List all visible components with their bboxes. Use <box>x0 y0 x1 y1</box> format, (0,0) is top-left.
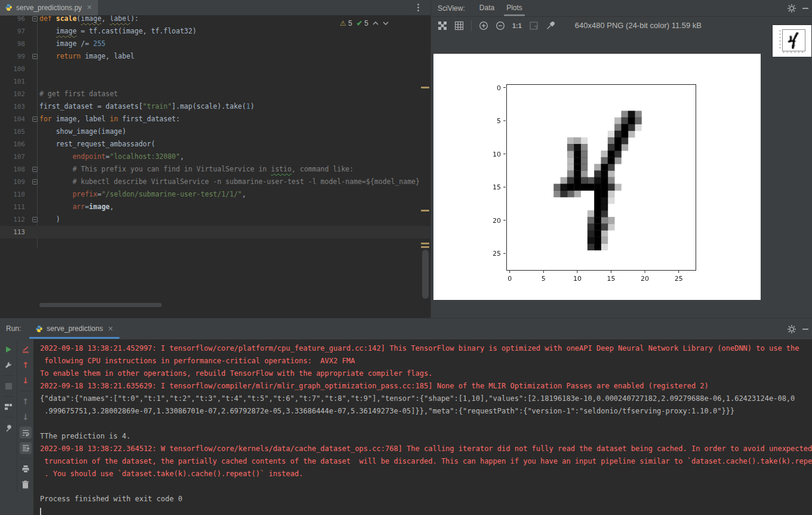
line-number: 107 <box>0 151 37 163</box>
scroll-to-end-icon[interactable] <box>20 442 32 454</box>
line-number: 111 <box>0 201 37 213</box>
plot-panel[interactable] <box>433 54 761 300</box>
code-area[interactable]: 96−def scale(image, label):97 image = tf… <box>0 16 430 238</box>
console-line <box>40 418 812 430</box>
console-line: TThe prediction is 4. <box>40 430 812 443</box>
console-line: truncation of the dataset, the partially… <box>40 455 812 468</box>
print-icon[interactable] <box>20 463 32 475</box>
hide-panel-icon[interactable] <box>802 8 808 9</box>
line-number: 99 <box>0 50 37 63</box>
intention-bulb-icon[interactable] <box>44 215 52 225</box>
typo-count: 5 <box>364 19 368 27</box>
fold-marker-icon[interactable]: − <box>32 217 38 222</box>
editor-body[interactable]: 96−def scale(image, label):97 image = tf… <box>0 16 430 318</box>
run-tab-serve-predictions[interactable]: serve_predictions ✕ <box>29 318 119 339</box>
inspection-widget[interactable]: ⚠ 5 ✔ 5 <box>340 19 389 27</box>
editor-vertical-scrollbar[interactable] <box>422 250 429 299</box>
line-number: 104 <box>0 113 37 125</box>
next-problem-icon[interactable] <box>383 22 389 25</box>
fit-selection-icon <box>529 21 539 30</box>
line-number: 100 <box>0 63 37 75</box>
sciview-title: SciView: <box>432 4 473 13</box>
restore-layout-icon[interactable] <box>2 401 14 413</box>
run-body: ↑ ↓ ↑ ↓ 2022-09-18 13:38:21.45 <box>0 339 812 515</box>
editor-tab-serve-predictions[interactable]: serve_predictions.py ✕ <box>0 0 98 16</box>
warning-icon: ⚠ <box>340 19 346 27</box>
tab-plots[interactable]: Plots <box>500 0 528 17</box>
code-line[interactable]: 108− # This prefix you can find in Virtu… <box>0 163 430 176</box>
error-stripe-mark[interactable] <box>421 210 429 211</box>
code-line[interactable]: 111 arr=image, <box>0 201 430 213</box>
error-stripe-mark[interactable] <box>421 246 429 248</box>
down-stack-trace-icon[interactable]: ↓ <box>20 375 32 387</box>
code-line[interactable]: 98 image /= 255 <box>0 38 430 50</box>
tab-data[interactable]: Data <box>473 0 500 17</box>
fold-marker-icon[interactable]: − <box>32 179 38 185</box>
code-line[interactable]: 104−for image, label in first_dataset: <box>0 113 430 125</box>
line-number: 106 <box>0 138 37 151</box>
code-line[interactable]: 103first_dataset = datasets["train"].map… <box>0 100 430 113</box>
code-line[interactable]: 110 prefix="/seldon/submarine-user-test/… <box>0 188 430 201</box>
clear-all-icon[interactable] <box>20 479 32 491</box>
code-line[interactable]: 106 rest_request_ambassador( <box>0 138 430 151</box>
line-number: 103 <box>0 100 37 113</box>
tab-options-kebab-icon[interactable] <box>417 4 420 12</box>
console-caret <box>40 508 41 515</box>
python-file-icon <box>5 4 13 11</box>
zoom-out-icon[interactable] <box>496 21 505 30</box>
line-number: 98 <box>0 38 37 50</box>
up-stack-trace-icon[interactable]: ↑ <box>20 359 32 371</box>
sciview-pane: SciView: Data Plots <box>432 0 812 318</box>
soft-wrap-icon[interactable] <box>20 427 32 439</box>
error-stripe-mark[interactable] <box>421 243 429 244</box>
sciview-header: SciView: Data Plots <box>432 0 812 17</box>
gear-icon[interactable] <box>787 4 796 13</box>
run-toolbar-stripe: ↑ ↓ ↑ ↓ <box>0 339 33 515</box>
settings-wrench-icon[interactable] <box>2 359 14 371</box>
python-run-icon <box>35 325 43 333</box>
prev-problem-icon[interactable] <box>373 22 379 25</box>
grid-icon[interactable] <box>454 21 464 30</box>
code-line[interactable]: 109− # kubectl describe VirtualService -… <box>0 176 430 188</box>
run-console[interactable]: 2022-09-18 13:38:21.452997: I tensorflow… <box>33 339 812 515</box>
warning-count: 5 <box>348 19 352 27</box>
ide-window: serve_predictions.py ✕ 96−def scale(imag… <box>0 0 812 515</box>
console-line: . You should use `dataset.take(k).cache(… <box>40 468 812 480</box>
fold-marker-icon[interactable]: − <box>32 167 38 172</box>
code-line[interactable]: 105 show_image(image) <box>0 125 430 138</box>
pin-icon[interactable] <box>2 422 14 434</box>
console-line <box>40 505 812 515</box>
code-line[interactable]: 101 <box>0 75 430 88</box>
mnist-plot-canvas <box>433 54 761 300</box>
code-line[interactable]: 102# get first dataset <box>0 88 430 100</box>
actual-size-icon[interactable]: 1:1 <box>512 22 522 29</box>
editor-tab-title: serve_predictions.py <box>16 4 82 12</box>
close-tab-icon[interactable]: ✕ <box>87 4 92 11</box>
error-stripe-mark[interactable] <box>421 87 429 88</box>
hide-run-panel-icon[interactable] <box>802 329 808 330</box>
rerun-icon[interactable] <box>2 344 14 355</box>
image-size-info: 640x480 PNG (24-bit color) 11.59 kB <box>575 17 702 35</box>
editor-pane: serve_predictions.py ✕ 96−def scale(imag… <box>0 0 431 318</box>
prev-occurrence-icon: ↑ <box>20 396 32 407</box>
fit-to-window-icon[interactable] <box>438 21 447 30</box>
code-line[interactable]: 112− ) <box>0 213 430 226</box>
editor-horizontal-scrollbar[interactable] <box>39 303 162 307</box>
code-line[interactable]: 99− return image, label <box>0 50 430 63</box>
code-line[interactable]: 107 endpoint="localhost:32080", <box>0 151 430 163</box>
plot-thumbnail[interactable] <box>773 25 811 57</box>
console-line: 2022-09-18 13:38:22.364512: W tensorflow… <box>40 443 812 455</box>
console-line <box>40 480 812 493</box>
run-header: Run: serve_predictions ✕ <box>0 318 812 339</box>
code-line[interactable]: 100 <box>0 63 430 75</box>
close-run-tab-icon[interactable]: ✕ <box>107 325 113 333</box>
fold-marker-icon[interactable]: − <box>32 54 38 59</box>
eyedropper-icon[interactable] <box>546 21 555 30</box>
show-prompt-icon[interactable] <box>20 344 32 355</box>
fold-marker-icon[interactable]: − <box>32 16 38 22</box>
zoom-in-icon[interactable] <box>479 21 488 30</box>
code-line[interactable]: 113 <box>0 226 430 238</box>
fold-marker-icon[interactable]: − <box>32 117 38 122</box>
run-settings-gear-icon[interactable] <box>787 324 796 334</box>
line-number: 109 <box>0 176 37 188</box>
